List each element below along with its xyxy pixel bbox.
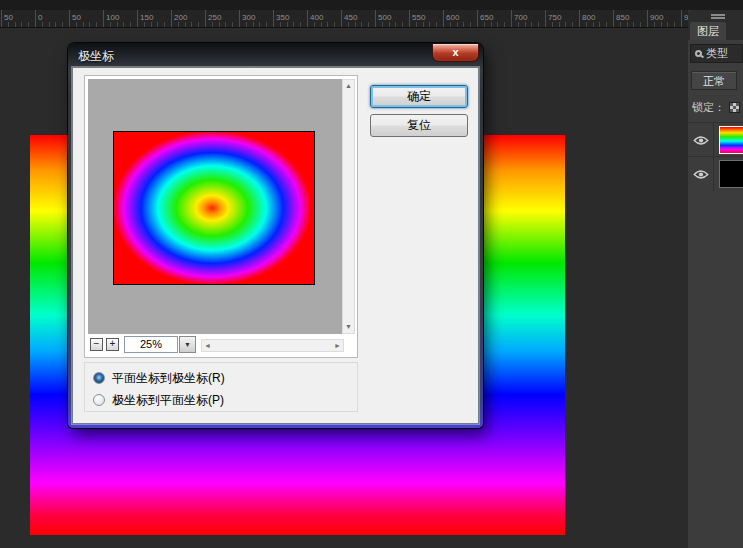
scroll-up-icon[interactable]: ▲ [345, 80, 352, 92]
ruler-tick-label: 800 [582, 13, 595, 22]
eye-icon [693, 135, 709, 146]
radio-polar-to-rect-label: 极坐标到平面坐标(P) [112, 392, 224, 409]
reset-button[interactable]: 复位 [370, 114, 468, 137]
visibility-toggle[interactable] [688, 123, 714, 157]
ruler-tick-label: 650 [480, 13, 493, 22]
blend-mode-row: 正常 [688, 67, 743, 93]
layer-row-black[interactable] [688, 156, 743, 190]
horizontal-ruler: 5005010015020025030035040045050055060065… [0, 10, 688, 28]
lock-options-row: 锁定： [688, 95, 743, 119]
preview-viewport[interactable] [88, 79, 342, 334]
layers-list [688, 122, 743, 190]
ruler-tick-label: 950 [684, 13, 688, 22]
ruler-tick-label: 850 [616, 13, 629, 22]
scroll-left-icon[interactable]: ◄ [202, 342, 213, 349]
ruler-tick-label: 300 [242, 13, 255, 22]
visibility-toggle[interactable] [688, 157, 714, 191]
ruler-tick-label: 550 [412, 13, 425, 22]
radio-selected-icon [93, 372, 105, 384]
ok-button[interactable]: 确定 [370, 85, 468, 108]
panel-header-strip [688, 10, 743, 22]
close-icon[interactable]: x [432, 44, 479, 62]
layers-panel-body: 类型 正常 锁定： [688, 40, 743, 548]
ruler-tick-label: 600 [446, 13, 459, 22]
zoom-percent-value[interactable]: 25% [124, 336, 178, 353]
ruler-tick-label: 50 [4, 13, 13, 22]
zoom-dropdown-button[interactable]: ▼ [179, 336, 196, 353]
radio-unselected-icon [93, 394, 105, 406]
ruler-tick-label: 500 [378, 13, 391, 22]
radio-rect-to-polar-label: 平面坐标到极坐标(R) [112, 370, 225, 387]
radio-rect-to-polar[interactable]: 平面坐标到极坐标(R) [93, 370, 225, 386]
eye-icon [693, 169, 709, 180]
zoom-in-button[interactable]: + [106, 338, 119, 351]
ruler-tick-label: 700 [514, 13, 527, 22]
ruler-tick-label: 350 [276, 13, 289, 22]
search-icon [695, 50, 702, 57]
radio-polar-to-rect[interactable]: 极坐标到平面坐标(P) [93, 392, 224, 408]
tab-layers[interactable]: 图层 [690, 22, 726, 40]
preview-vertical-scrollbar[interactable]: ▲ ▼ [342, 79, 355, 334]
ruler-tick-label: 200 [174, 13, 187, 22]
preview-panel: ▲ ▼ − + 25% ▼ ◄ ► [84, 75, 358, 358]
ruler-tick-label: 900 [650, 13, 663, 22]
zoom-controls-row: − + 25% ▼ ◄ ► [88, 336, 356, 356]
ruler-tick-label: 400 [310, 13, 323, 22]
ruler-tick-label: 0 [38, 13, 42, 22]
conversion-options-group: 平面坐标到极坐标(R) 极坐标到平面坐标(P) [84, 362, 358, 412]
preview-horizontal-scrollbar[interactable]: ◄ ► [201, 339, 344, 352]
layer-thumbnail-black[interactable] [719, 160, 743, 188]
scroll-down-icon[interactable]: ▼ [345, 321, 352, 333]
collapse-panel-icon[interactable] [711, 14, 725, 19]
zoom-out-button[interactable]: − [90, 338, 103, 351]
ruler-tick-label: 100 [106, 13, 119, 22]
layer-thumbnail-rainbow[interactable] [719, 126, 743, 154]
app-top-strip [0, 0, 743, 10]
ruler-tick-label: 750 [548, 13, 561, 22]
polar-coordinates-dialog: 极坐标 x ▲ ▼ − + 25% ▼ ◄ ► [68, 43, 483, 428]
polar-preview-image [113, 131, 315, 285]
ruler-tick-label: 250 [208, 13, 221, 22]
ruler-tick-label: 450 [344, 13, 357, 22]
layer-row-gradient[interactable] [688, 122, 743, 156]
layer-filter-field[interactable]: 类型 [690, 44, 743, 63]
lock-transparency-icon[interactable] [729, 102, 740, 113]
blend-mode-select[interactable]: 正常 [691, 71, 737, 90]
ruler-tick-label: 50 [72, 13, 81, 22]
dialog-title: 极坐标 [78, 48, 114, 65]
layers-panel: 图层 类型 正常 锁定： [688, 10, 743, 548]
scroll-right-icon[interactable]: ► [332, 342, 343, 349]
panel-tab-bar: 图层 [688, 22, 743, 40]
filter-kind-label: 类型 [706, 46, 728, 61]
dialog-body: ▲ ▼ − + 25% ▼ ◄ ► 平面坐标到极坐标(R) 极坐标到平 [72, 67, 479, 424]
lock-label: 锁定： [692, 100, 725, 115]
ruler-tick-label: 150 [140, 13, 153, 22]
